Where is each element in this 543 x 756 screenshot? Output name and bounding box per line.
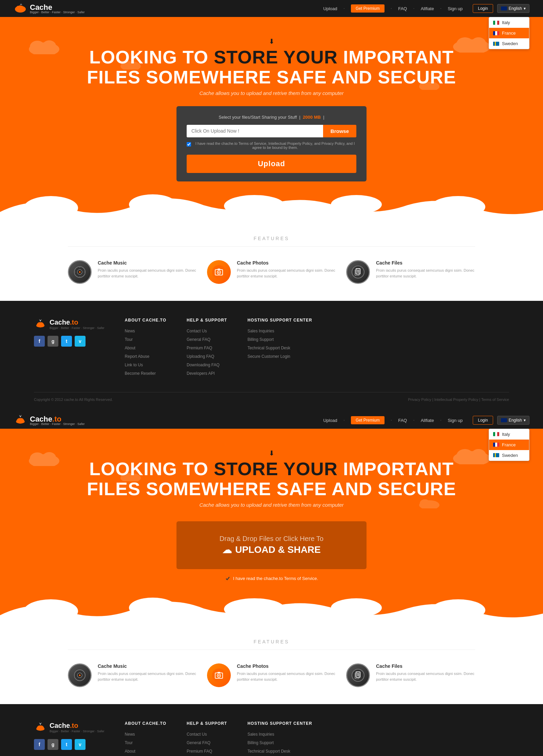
cloud-upload-icon: ☁ — [222, 544, 232, 556]
lang-option-sweden[interactable]: Sweden — [489, 38, 529, 49]
music-svg-2 — [73, 668, 87, 682]
lang-dropdown-2: Italy France Sweden — [489, 429, 529, 461]
footer-link-secure-login[interactable]: Secure Customer Login — [247, 354, 290, 359]
footer-link-api[interactable]: Developers API — [187, 371, 215, 376]
dragdrop-box[interactable]: Drag & Drop Files or Click Here To ☁ UPL… — [176, 521, 367, 569]
nav-premium-btn[interactable]: Get Premium — [351, 4, 385, 13]
terms-label: I have read the chache.to Terms of Servi… — [194, 141, 356, 150]
features-grid: Cache Music Proin iaculis purus consequa… — [68, 260, 475, 284]
social-facebook[interactable]: f — [34, 336, 45, 347]
footer-link-tour-2[interactable]: Tour — [125, 740, 133, 745]
nav-signup-2[interactable]: Sign up — [448, 418, 463, 423]
drag-text: Drag & Drop Files or Click Here To — [187, 535, 356, 543]
lang-option-sweden-2[interactable]: Sweden — [489, 450, 529, 461]
nav-links: Upload · Get Premium · FAQ · Allfiate · … — [323, 4, 463, 13]
music-icon-2 — [68, 663, 92, 687]
feature-music: Cache Music Proin iaculis purus consequa… — [68, 260, 197, 284]
legal-links: Privacy Policy | Intellectual Property P… — [408, 398, 509, 402]
social-google[interactable]: g — [48, 336, 58, 347]
logo-tagline: Bigger · Better · Faster · Stronger · Sa… — [30, 11, 85, 14]
social-vimeo-2[interactable]: v — [75, 739, 86, 750]
browse-button[interactable]: Browse — [323, 125, 356, 137]
lang-france-label-2: France — [502, 442, 516, 447]
footer-link-news-2[interactable]: News — [125, 732, 135, 737]
nav-affiliate-2[interactable]: Allfiate — [421, 418, 434, 423]
tos-link[interactable]: Terms of Service — [481, 398, 509, 402]
lang-option-italy[interactable]: Italy — [489, 17, 529, 28]
upload-button[interactable]: Upload — [187, 155, 356, 173]
footer-logo: Cache.to Bigger · Better · Faster · Stro… — [34, 318, 105, 331]
footer-link-sales-2[interactable]: Sales Inquiries — [247, 732, 274, 737]
nav-affiliate[interactable]: Allfiate — [421, 6, 434, 11]
file-input[interactable] — [187, 125, 323, 137]
copyright: Copyright © 2012 cache.to All Rights Res… — [34, 398, 113, 402]
footer-link-faq-2[interactable]: General FAQ — [187, 740, 210, 745]
hero-section: ⬇ LOOKING TO STORE YOUR IMPORTANT FILES … — [0, 17, 543, 219]
footer-link-contact-2[interactable]: Contact Us — [187, 732, 207, 737]
drop-icon-2: ⬇ — [0, 449, 543, 457]
ip-policy-link[interactable]: Intellectual Property Policy — [434, 398, 479, 402]
lang-option-france-2[interactable]: France — [489, 440, 529, 450]
footer-link-linkus[interactable]: Link to Us — [125, 363, 143, 367]
feature-photos-desc-2: Proin iaculis purus consequat semcursus … — [237, 671, 336, 683]
nav-faq[interactable]: FAQ — [398, 6, 407, 11]
feature-files-desc: Proin iaculis purus consequat semcursus … — [376, 268, 475, 279]
footer-link-about[interactable]: About — [125, 346, 135, 350]
social-facebook-2[interactable]: f — [34, 739, 45, 750]
footer-link-reseller[interactable]: Become Reseller — [125, 371, 156, 376]
svg-point-56 — [218, 675, 220, 676]
footer-logo-icon — [34, 318, 47, 331]
upload-input-row: Browse — [187, 125, 356, 137]
footer-link-techsupport[interactable]: Technical Support Desk — [247, 346, 290, 350]
feature-files-2: Cache Files Proin iaculis purus consequa… — [346, 663, 475, 687]
nav-upload-2[interactable]: Upload — [323, 418, 337, 423]
lang-sweden-label: Sweden — [502, 41, 518, 46]
social-google-2[interactable]: g — [48, 739, 58, 750]
chevron-down-icon: ▾ — [524, 6, 526, 11]
features-grid-2: Cache Music Proin iaculis purus consequa… — [68, 663, 475, 687]
logo-icon-2 — [14, 413, 27, 427]
footer-link-premium-faq[interactable]: Premium FAQ — [187, 346, 212, 350]
nav-signup[interactable]: Sign up — [448, 6, 463, 11]
lang-dropdown: Italy France Sweden — [489, 17, 529, 49]
footer-link-report[interactable]: Report Abuse — [125, 354, 150, 359]
nav-faq-2[interactable]: FAQ — [398, 418, 407, 423]
lang-option-italy-2[interactable]: Italy — [489, 429, 529, 440]
footer-link-billing[interactable]: Billing Support — [247, 337, 274, 342]
footer-link-billing-2[interactable]: Billing Support — [247, 740, 274, 745]
logo[interactable]: Cache Bigger · Better · Faster · Stronge… — [14, 2, 85, 15]
footer-link-techsupport-2[interactable]: Technical Support Desk — [247, 749, 290, 754]
social-twitter[interactable]: t — [61, 336, 72, 347]
language-selector[interactable]: English ▾ — [497, 4, 529, 13]
feature-files-text-2: Cache Files Proin iaculis purus consequa… — [376, 663, 475, 683]
lang-option-france[interactable]: France — [489, 28, 529, 38]
lang-france-label: France — [502, 31, 516, 36]
social-vimeo[interactable]: v — [75, 336, 86, 347]
logo-2[interactable]: Cache.to Bigger · Better · Faster · Stro… — [14, 413, 85, 427]
svg-point-52 — [79, 674, 81, 676]
footer-link-download-faq[interactable]: Downloading FAQ — [187, 363, 220, 367]
footer-link-faq[interactable]: General FAQ — [187, 337, 210, 342]
nav-upload[interactable]: Upload — [323, 6, 337, 11]
lang-label-2: English — [509, 418, 522, 423]
language-selector-2[interactable]: English ▾ — [497, 416, 529, 425]
social-twitter-2[interactable]: t — [61, 739, 72, 750]
footer-link-about-2[interactable]: About — [125, 749, 135, 754]
flag-italy-icon-2 — [493, 432, 499, 436]
footer-link-upload-faq[interactable]: Uploading FAQ — [187, 354, 214, 359]
nav-login-btn[interactable]: Login — [473, 4, 493, 13]
privacy-policy-link[interactable]: Privacy Policy — [408, 398, 431, 402]
hero-heading: LOOKING TO STORE YOUR IMPORTANT FILES SO… — [0, 47, 543, 88]
nav-login-btn-2[interactable]: Login — [473, 416, 493, 425]
nav-premium-btn-2[interactable]: Get Premium — [351, 416, 385, 424]
footer-link-premium-faq-2[interactable]: Premium FAQ — [187, 749, 212, 754]
footer-link-news[interactable]: News — [125, 329, 135, 333]
terms-checkbox-2[interactable] — [225, 576, 230, 581]
terms-checkbox[interactable] — [187, 142, 191, 147]
feature-music-desc: Proin iaculis purus consequat semcursus … — [98, 268, 197, 279]
footer-link-tour[interactable]: Tour — [125, 337, 133, 342]
footer-link-sales[interactable]: Sales Inquiries — [247, 329, 274, 333]
svg-rect-57 — [218, 672, 220, 673]
footer-link-contact[interactable]: Contact Us — [187, 329, 207, 333]
feature-music-desc-2: Proin iaculis purus consequat semcursus … — [98, 671, 197, 683]
